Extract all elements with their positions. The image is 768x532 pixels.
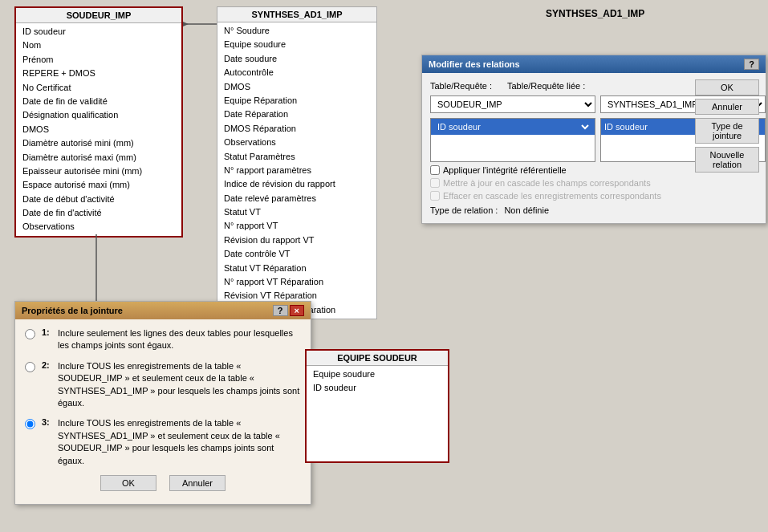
synthses-field-indice-rev: Indice de révision du rapport — [217, 177, 376, 191]
synthses-field-date-releve: Date relevé paramètres — [217, 192, 376, 205]
integrite-checkbox[interactable] — [430, 165, 440, 175]
field-date-fin-validite: Date de fin de validité — [16, 95, 181, 108]
field-list-left: ID soudeur — [430, 118, 595, 162]
effacer-checkbox[interactable] — [430, 191, 440, 201]
ok-button[interactable]: OK — [695, 79, 759, 95]
jointure-title: Propriétés de la jointure — [22, 306, 123, 315]
relation-type-row: Type de relation : Non définie — [430, 205, 766, 215]
jointure-option-2-label: 2: Inclure TOUS les enregistrements de l… — [42, 360, 301, 410]
jointure-body: 1: Inclure seulement les lignes des deux… — [15, 319, 311, 504]
modifier-dialog-buttons: OK Annuler Type de jointure Nouvelle rel… — [689, 73, 766, 179]
synthses-field-statut-vt: Statut VT — [217, 205, 376, 219]
checkbox-maj: Mettre à jour en cascade les champs corr… — [430, 178, 766, 188]
type-jointure-button[interactable]: Type de jointure — [695, 118, 759, 144]
jointure-option-3: 3: Inclure TOUS les enregistrements de l… — [25, 417, 301, 467]
synthses-table-header: SYNTHSES_AD1_IMP — [217, 7, 376, 22]
table-synthses: SYNTHSES_AD1_IMP N° Soudure Equipe soudu… — [217, 6, 377, 319]
jointure-option-1-label: 1: Inclure seulement les lignes des deux… — [42, 327, 301, 352]
field-espace-maxi: Espace autorisé maxi (mm) — [16, 178, 181, 192]
modifier-dialog-titlebar: Modifier des relations ? — [422, 55, 766, 73]
field-date-debut: Date de début d'activité — [16, 193, 181, 206]
modifier-dialog-content: Table/Requête : Table/Requête liée : SOU… — [422, 73, 766, 223]
modifier-dialog-title: Modifier des relations — [429, 59, 520, 69]
jointure-annuler-button[interactable]: Annuler — [169, 475, 226, 491]
synthses-field-dmos: DMOS — [217, 80, 376, 94]
synthses-field-date-vt: Date contrôle VT — [217, 247, 376, 261]
field-prenom: Prénom — [16, 53, 181, 67]
equipe-table-header: EQUIPE SOUDEUR — [307, 351, 448, 366]
jointure-dialog: Propriétés de la jointure ? × 1: Inclure… — [14, 301, 311, 505]
field-observations: Observations — [16, 220, 181, 234]
table-equipe: EQUIPE SOUDEUR Equipe soudure ID soudeur — [305, 349, 449, 463]
effacer-label: Effacer en cascade les enregistrements c… — [443, 191, 661, 201]
synthses-field-rapport-vt-rep: N° rapport VT Réparation — [217, 275, 376, 289]
field-diametre-mini: Diamètre autorisé mini (mm) — [16, 136, 181, 150]
field-left-item[interactable]: ID soudeur — [431, 119, 595, 135]
jointure-close-button[interactable]: × — [290, 305, 304, 316]
field-no-certificat: No Certificat — [16, 81, 181, 95]
svg-marker-1 — [183, 22, 189, 26]
synthses-field-date-rep: Date Réparation — [217, 108, 376, 121]
modifier-dialog: Modifier des relations ? Table/Requête :… — [421, 55, 766, 224]
equipe-table-fields: Equipe soudure ID soudeur — [307, 366, 448, 461]
jointure-option-3-num: 3: — [42, 417, 55, 427]
maj-label: Mettre à jour en cascade les champs corr… — [443, 178, 651, 188]
field-designation: Désignation qualification — [16, 108, 181, 122]
jointure-option-1: 1: Inclure seulement les lignes des deux… — [25, 327, 301, 352]
nouvelle-relation-button[interactable]: Nouvelle relation — [695, 147, 759, 173]
field-epaisseur-mini: Epaisseur autorisée mini (mm) — [16, 164, 181, 178]
jointure-option-1-text: Inclure seulement les lignes des deux ta… — [58, 327, 301, 352]
synthses-field-rapport-param: N° rapport paramètres — [217, 164, 376, 177]
integrite-label: Appliquer l'intégrité référentielle — [443, 165, 567, 175]
relation-value: Non définie — [504, 205, 549, 215]
jointure-option-2: 2: Inclure TOUS les enregistrements de l… — [25, 360, 301, 410]
jointure-titlebar: Propriétés de la jointure ? × — [15, 302, 311, 319]
jointure-ok-button[interactable]: OK — [100, 475, 156, 491]
synthses-field-equipe-rep: Equipe Réparation — [217, 94, 376, 108]
synthses-field-soudure: N° Soudure — [217, 24, 376, 38]
soudeur-table-fields: ID soudeur Nom Prénom REPERE + DMOS No C… — [16, 23, 181, 236]
synthses-field-dmos-rep: DMOS Réparation — [217, 122, 376, 136]
table-soudeur: SOUDEUR_IMP ID soudeur Nom Prénom REPERE… — [14, 6, 183, 238]
table-requete-label: Table/Requête : — [430, 81, 502, 91]
jointure-option-1-num: 1: — [42, 327, 55, 337]
synthses-field-autocontrole: Autocontrôle — [217, 66, 376, 79]
relation-label: Type de relation : — [430, 205, 498, 215]
synthses-field-equipe-soudure: Equipe soudure — [217, 38, 376, 51]
table-requete-select[interactable]: SOUDEUR_IMP — [430, 95, 595, 113]
jointure-title-buttons: ? × — [273, 305, 304, 316]
checkbox-effacer: Effacer en cascade les enregistrements c… — [430, 191, 766, 201]
maj-checkbox[interactable] — [430, 178, 440, 188]
jointure-option-3-text: Inclure TOUS les enregistrements de la t… — [58, 417, 301, 467]
synthses-field-statut-vt-rep: Statut VT Réparation — [217, 262, 376, 275]
jointure-radio-1[interactable] — [25, 329, 35, 339]
jointure-option-3-label: 3: Inclure TOUS les enregistrements de l… — [42, 417, 301, 467]
synthses-field-obs: Observations — [217, 136, 376, 149]
equipe-field-empty — [307, 396, 448, 460]
jointure-radio-3[interactable] — [25, 419, 35, 429]
field-nom: Nom — [16, 39, 181, 52]
field-right-text: ID soudeur — [604, 122, 648, 132]
field-id-soudeur: ID soudeur — [16, 25, 181, 39]
field-left-select[interactable]: ID soudeur — [434, 120, 591, 134]
synthses-field-date-soudure: Date soudure — [217, 52, 376, 66]
soudeur-table-header: SOUDEUR_IMP — [16, 8, 181, 23]
field-dmos: DMOS — [16, 123, 181, 136]
jointure-option-2-num: 2: — [42, 360, 55, 370]
field-left-empty — [431, 135, 595, 151]
main-area: SOUDEUR_IMP ID soudeur Nom Prénom REPERE… — [0, 0, 768, 532]
synthses-field-rev-rapport-vt: Révision du rapport VT — [217, 234, 376, 247]
field-repere-dmos: REPERE + DMOS — [16, 67, 181, 80]
jointure-radio-2[interactable] — [25, 362, 35, 372]
jointure-help-button[interactable]: ? — [273, 305, 288, 316]
field-date-fin: Date de fin d'activité — [16, 206, 181, 220]
synthses-field-rapport-vt: N° rapport VT — [217, 219, 376, 233]
modifier-help-button[interactable]: ? — [744, 59, 759, 70]
synthses-field-statut-param: Statut Paramètres — [217, 150, 376, 164]
equipe-field-equipe-soudure: Equipe soudure — [307, 368, 448, 381]
annuler-button[interactable]: Annuler — [695, 99, 759, 115]
jointure-buttons: OK Annuler — [25, 475, 301, 496]
top-title: SYNTHSES_AD1_IMP — [546, 8, 644, 19]
synthses-table-fields: N° Soudure Equipe soudure Date soudure A… — [217, 22, 376, 319]
field-diametre-maxi: Diamètre autorisé maxi (mm) — [16, 151, 181, 164]
